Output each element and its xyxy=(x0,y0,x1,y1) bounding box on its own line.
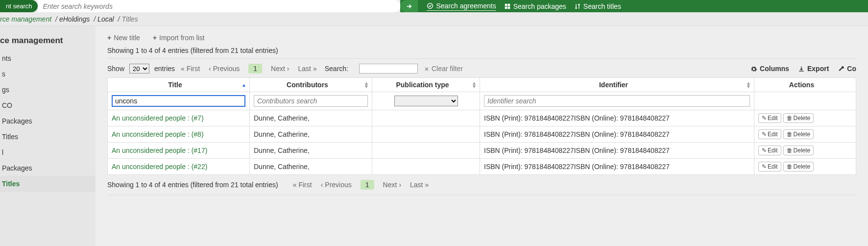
filter-identifier-input[interactable] xyxy=(484,95,750,107)
search-label: Search: xyxy=(325,65,348,73)
svg-rect-1 xyxy=(505,4,507,6)
sidebar-item-3[interactable]: CO xyxy=(0,98,96,113)
cell-pubtype xyxy=(372,143,480,159)
clear-filter-label: Clear filter xyxy=(432,65,463,73)
page-toolbar: + New title + Import from list xyxy=(107,34,856,42)
top-bar: nt search Search agreements Search packa… xyxy=(0,0,868,12)
sidebar-item-8[interactable]: Titles xyxy=(0,176,96,192)
cell-pubtype xyxy=(372,159,480,175)
configure-label: Co xyxy=(847,65,856,73)
import-from-list-button[interactable]: + Import from list xyxy=(153,34,205,42)
sidebar-item-1[interactable]: s xyxy=(0,66,96,82)
top-bar-right: Search agreements Search packages Search… xyxy=(400,0,868,12)
pager-first[interactable]: «First xyxy=(181,65,200,73)
global-search-input[interactable] xyxy=(43,2,400,10)
agreement-search-button[interactable]: nt search xyxy=(0,0,38,12)
grid-icon xyxy=(504,2,511,10)
edit-button[interactable]: ✎Edit xyxy=(758,146,781,155)
sidebar-item-2[interactable]: gs xyxy=(0,82,96,98)
delete-button[interactable]: 🗑Delete xyxy=(783,146,814,155)
edit-button[interactable]: ✎Edit xyxy=(758,129,781,139)
edit-button[interactable]: ✎Edit xyxy=(758,162,781,172)
svg-rect-2 xyxy=(507,4,510,6)
delete-button[interactable]: 🗑Delete xyxy=(783,113,814,123)
chevron-double-left-icon: « xyxy=(181,65,185,73)
search-agreements-link[interactable]: Search agreements xyxy=(427,2,496,11)
sidebar-item-5[interactable]: Titles xyxy=(0,129,96,145)
breadcrumb-resource-management[interactable]: rce management xyxy=(0,15,51,23)
pager-previous[interactable]: ‹Previous xyxy=(321,181,352,189)
breadcrumb: rce management/ eHoldings/ Local/ Titles xyxy=(0,12,868,26)
pager-previous[interactable]: ‹Previous xyxy=(209,65,240,73)
cell-identifier: ISBN (Print): 9781848408227ISBN (Online)… xyxy=(480,126,754,143)
pencil-icon: ✎ xyxy=(762,115,767,122)
pager-bottom: «First ‹Previous 1 Next› Last» xyxy=(293,180,429,190)
search-agreements-label: Search agreements xyxy=(436,2,496,10)
plus-icon: + xyxy=(107,34,111,42)
delete-button[interactable]: 🗑Delete xyxy=(783,129,814,139)
title-link[interactable]: An unconsidered people : (#8) xyxy=(112,130,204,138)
pager-last[interactable]: Last» xyxy=(298,65,316,73)
search-packages-link[interactable]: Search packages xyxy=(504,2,566,10)
title-link[interactable]: An unconsidered people : (#22) xyxy=(112,163,207,171)
table-row: An unconsidered people : (#7) Dunne, Cat… xyxy=(108,110,856,126)
export-button[interactable]: Export xyxy=(798,65,829,73)
cell-contributors: Dunne, Catherine, xyxy=(250,126,372,143)
pager-last[interactable]: Last» xyxy=(410,181,429,189)
title-link[interactable]: An unconsidered people : (#7) xyxy=(112,114,204,122)
global-search-submit[interactable] xyxy=(400,0,418,12)
wrench-icon xyxy=(838,65,844,73)
pager-next[interactable]: Next› xyxy=(383,181,401,189)
title-link[interactable]: An unconsidered people : (#17) xyxy=(112,147,207,154)
sort-both-icon: ▲▼ xyxy=(746,81,751,88)
download-icon xyxy=(798,65,805,73)
table-search: Search: xyxy=(325,64,418,74)
trash-icon: 🗑 xyxy=(787,131,793,138)
chevron-double-left-icon: « xyxy=(293,181,297,189)
sidebar-item-0[interactable]: nts xyxy=(0,50,96,66)
agreement-search-label: nt search xyxy=(6,2,32,10)
breadcrumb-local[interactable]: Local xyxy=(97,15,114,23)
cell-pubtype xyxy=(372,110,480,126)
sort-icon xyxy=(574,2,581,10)
chevron-left-icon: ‹ xyxy=(321,181,323,189)
sidebar-item-7[interactable]: Packages xyxy=(0,160,96,176)
col-title[interactable]: Title ▲ xyxy=(108,78,250,92)
plus-icon: + xyxy=(153,34,157,42)
configure-button[interactable]: Co xyxy=(838,65,856,73)
pager-first[interactable]: «First xyxy=(293,181,312,189)
import-from-list-label: Import from list xyxy=(159,34,205,42)
filter-title-input[interactable] xyxy=(112,95,245,107)
col-contributors[interactable]: Contributors ▲▼ xyxy=(250,78,372,92)
table-info-top: Showing 1 to 4 of 4 entries (filtered fr… xyxy=(107,47,856,54)
sidebar-item-6[interactable]: l xyxy=(0,145,96,160)
pager-top: «First ‹Previous 1 Next› Last» xyxy=(181,64,317,74)
divider xyxy=(107,195,856,195)
search-titles-label: Search titles xyxy=(583,2,621,10)
col-pubtype[interactable]: Publication type ▲▼ xyxy=(372,78,480,92)
entries-per-page-select[interactable]: 20 xyxy=(129,64,149,74)
sort-asc-icon: ▲ xyxy=(241,83,246,87)
sidebar-item-4[interactable]: Packages xyxy=(0,113,96,129)
cell-contributors: Dunne, Catherine, xyxy=(250,159,372,175)
breadcrumb-eholdings[interactable]: eHoldings xyxy=(59,15,90,23)
delete-button[interactable]: 🗑Delete xyxy=(783,162,814,172)
trash-icon: 🗑 xyxy=(787,115,793,122)
edit-button[interactable]: ✎Edit xyxy=(758,113,781,123)
columns-button[interactable]: Columns xyxy=(750,65,789,73)
pager-next[interactable]: Next› xyxy=(271,65,289,73)
cell-contributors: Dunne, Catherine, xyxy=(250,143,372,159)
chevron-right-icon: › xyxy=(287,65,289,73)
col-identifier[interactable]: Identifier ▲▼ xyxy=(480,78,754,92)
filter-contributors-input[interactable] xyxy=(254,95,368,107)
cell-identifier: ISBN (Print): 9781848408227ISBN (Online)… xyxy=(480,143,754,159)
gear-icon xyxy=(750,65,757,73)
main-content: + New title + Import from list Showing 1… xyxy=(96,26,868,246)
table-body: An unconsidered people : (#7) Dunne, Cat… xyxy=(108,110,856,175)
filter-pubtype-select[interactable] xyxy=(394,96,458,106)
chevron-left-icon: ‹ xyxy=(209,65,211,73)
table-search-input[interactable] xyxy=(359,64,418,74)
search-titles-link[interactable]: Search titles xyxy=(574,2,621,10)
clear-filter-button[interactable]: Clear filter xyxy=(424,65,463,73)
new-title-button[interactable]: + New title xyxy=(107,34,140,42)
